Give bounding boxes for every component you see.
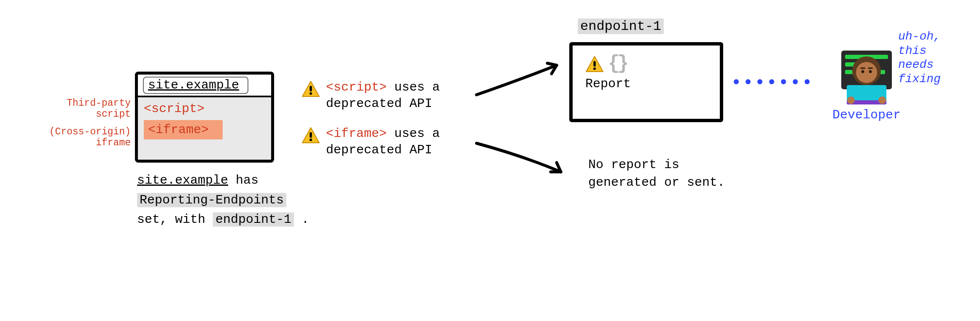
caption-setwith: set, with <box>137 212 213 227</box>
endpoint-box: {} Report <box>569 42 723 122</box>
side-label-third-party: Third-partyscript <box>38 98 131 120</box>
svg-point-19 <box>878 96 886 104</box>
svg-point-12 <box>862 70 864 73</box>
dotted-connector <box>734 74 818 82</box>
caption-header-badge: Reporting-Endpoints <box>137 193 286 207</box>
developer-avatar-icon <box>824 46 909 105</box>
iframe-tag: <iframe> <box>148 123 209 137</box>
svg-point-18 <box>847 96 855 104</box>
browser-body: <script> <iframe> <box>138 97 271 145</box>
svg-rect-0 <box>310 86 312 91</box>
arrow-up <box>472 59 569 99</box>
svg-rect-4 <box>593 61 595 67</box>
script-tag: <script> <box>144 102 265 116</box>
endpoint-title: endpoint-1 <box>578 19 664 34</box>
warning-iframe-code: <iframe> <box>326 126 387 141</box>
caption-site: site.example <box>137 173 228 187</box>
svg-point-3 <box>310 139 312 141</box>
endpoint-title-text: endpoint-1 <box>578 19 664 34</box>
browser-url: site.example <box>143 77 248 94</box>
svg-point-11 <box>856 62 877 83</box>
side-label-cross-origin: (Cross-origin)iframe <box>38 126 131 149</box>
braces-icon: {} <box>608 54 626 73</box>
svg-rect-2 <box>310 132 312 138</box>
no-report-text: No report isgenerated or sent. <box>588 156 725 191</box>
developer-thought: uh-oh,thisneedsfixing <box>898 29 966 86</box>
browser-window: site.example <script> <iframe> <box>135 72 274 163</box>
iframe-box: <iframe> <box>144 120 223 139</box>
svg-point-1 <box>310 92 312 95</box>
warning-iframe: <iframe> uses adeprecated API <box>302 126 483 158</box>
browser-chrome: site.example <box>138 75 271 97</box>
warning-icon <box>585 55 604 73</box>
report-label: Report <box>585 77 711 91</box>
developer-label: Developer <box>824 108 909 122</box>
warning-icon <box>302 80 320 98</box>
caption-has: has <box>228 173 258 187</box>
warning-script: <script> uses adeprecated API <box>302 79 483 112</box>
browser-caption: site.example has Reporting-Endpoints set… <box>137 171 335 230</box>
svg-rect-15 <box>868 67 873 69</box>
arrow-down <box>472 139 573 179</box>
caption-endpoint-badge: endpoint-1 <box>213 212 294 227</box>
svg-point-13 <box>869 70 872 73</box>
developer: Developer <box>824 46 909 122</box>
svg-point-5 <box>593 67 596 70</box>
warning-icon <box>302 126 320 144</box>
svg-rect-14 <box>860 67 865 69</box>
caption-period: . <box>294 212 309 227</box>
warning-script-code: <script> <box>326 80 387 94</box>
